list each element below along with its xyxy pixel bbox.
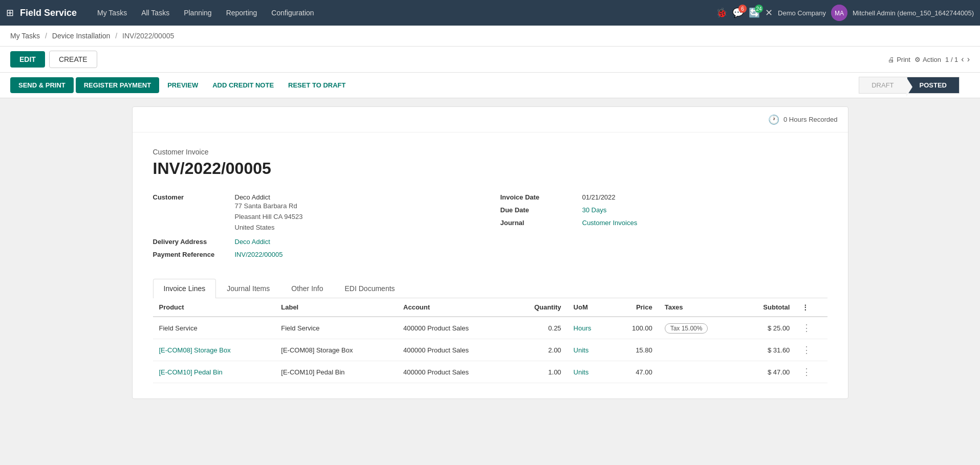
hours-recorded: 🕐 0 Hours Recorded [768, 114, 838, 125]
nav-configuration[interactable]: Configuration [265, 6, 320, 20]
nav-all-tasks[interactable]: All Tasks [135, 6, 176, 20]
status-bar: SEND & PRINT REGISTER PAYMENT PREVIEW AD… [0, 73, 980, 98]
col-header-uom: UoM [568, 298, 611, 317]
table-row: [E-COM08] Storage Box [E-COM08] Storage … [153, 339, 827, 361]
tab-journal-items[interactable]: Journal Items [216, 279, 280, 298]
cell-menu-0[interactable]: ⋮ [796, 317, 827, 339]
preview-button[interactable]: PREVIEW [161, 77, 204, 93]
due-date-value[interactable]: 30 Days [582, 206, 607, 214]
company-name: Demo Company [778, 9, 826, 17]
invoice-type: Customer Invoice [153, 148, 827, 156]
invoice-date-field: Invoice Date 01/21/2022 [500, 193, 827, 201]
due-date-field: Due Date 30 Days [500, 206, 827, 214]
refresh-icon[interactable]: 🔄 24 [749, 7, 760, 18]
cell-quantity-1: 2.00 [510, 339, 568, 361]
journal-label: Journal [500, 219, 582, 227]
cell-price-0: 100.00 [611, 317, 659, 339]
nav-links: My Tasks All Tasks Planning Reporting Co… [91, 6, 712, 20]
tab-edi-documents[interactable]: EDI Documents [334, 279, 406, 298]
cell-price-1: 15.80 [611, 339, 659, 361]
invoice-header-bar: 🕐 0 Hours Recorded [133, 107, 848, 132]
invoice-date-label: Invoice Date [500, 193, 582, 201]
invoice-body: Customer Invoice INV/2022/00005 Customer… [133, 132, 848, 398]
close-icon[interactable]: ✕ [765, 7, 773, 18]
fields-left: Customer Deco Addict 77 Santa Barbara Rd… [153, 193, 480, 263]
invoice-table: Product Label Account Quantity UoM Price… [153, 298, 827, 383]
address-line1: 77 Santa Barbara Rd [235, 202, 297, 210]
delivery-address-label: Delivery Address [153, 238, 235, 246]
gear-icon: ⚙ [914, 56, 921, 63]
cell-taxes-2 [659, 361, 739, 383]
col-header-price: Price [611, 298, 659, 317]
print-button[interactable]: 🖨 Print [888, 56, 910, 63]
cell-label-1: [E-COM08] Storage Box [275, 339, 397, 361]
cell-menu-1[interactable]: ⋮ [796, 339, 827, 361]
cell-taxes-1 [659, 339, 739, 361]
register-payment-button[interactable]: REGISTER PAYMENT [76, 77, 159, 93]
cell-product-1[interactable]: [E-COM08] Storage Box [153, 339, 275, 361]
customer-value: Deco Addict 77 Santa Barbara Rd Pleasant… [235, 193, 303, 233]
status-posted[interactable]: POSTED [907, 77, 960, 94]
cell-subtotal-0: $ 25.00 [739, 317, 796, 339]
add-credit-note-button[interactable]: ADD CREDIT NOTE [206, 77, 280, 93]
breadcrumb-my-tasks[interactable]: My Tasks [10, 32, 40, 40]
delivery-address-field: Delivery Address Deco Addict [153, 238, 480, 246]
invoice-fields: Customer Deco Addict 77 Santa Barbara Rd… [153, 193, 827, 263]
status-steps: DRAFT POSTED [859, 77, 960, 94]
fields-right: Invoice Date 01/21/2022 Due Date 30 Days… [500, 193, 827, 263]
top-navigation: ⊞ Field Service My Tasks All Tasks Plann… [0, 0, 980, 26]
bug-icon[interactable]: 🐞 [716, 7, 727, 18]
cell-product-2[interactable]: [E-COM10] Pedal Bin [153, 361, 275, 383]
pagination: 1 / 1 ‹ › [945, 55, 970, 64]
invoice-card: 🕐 0 Hours Recorded Customer Invoice INV/… [132, 106, 848, 399]
cell-account-2: 400000 Product Sales [397, 361, 510, 383]
cell-subtotal-2: $ 47.00 [739, 361, 796, 383]
reset-to-draft-button[interactable]: RESET TO DRAFT [282, 77, 352, 93]
edit-button[interactable]: EDIT [10, 51, 45, 68]
journal-value[interactable]: Customer Invoices [582, 219, 638, 227]
cell-menu-2[interactable]: ⋮ [796, 361, 827, 383]
breadcrumb-device-installation[interactable]: Device Installation [52, 32, 111, 40]
address-line3: United States [235, 224, 275, 231]
invoice-number: INV/2022/00005 [153, 159, 827, 178]
cell-quantity-0: 0.25 [510, 317, 568, 339]
pagination-next[interactable]: › [967, 55, 970, 64]
chat-icon[interactable]: 💬 6 [732, 7, 744, 18]
col-header-menu: ⋮ [796, 298, 827, 317]
action-button[interactable]: ⚙ Action [914, 56, 941, 63]
tab-invoice-lines[interactable]: Invoice Lines [153, 279, 216, 298]
col-header-label: Label [275, 298, 397, 317]
col-header-account: Account [397, 298, 510, 317]
cell-taxes-0: Tax 15.00% [659, 317, 739, 339]
create-button[interactable]: CREATE [49, 51, 97, 68]
nav-planning[interactable]: Planning [178, 6, 218, 20]
payment-reference-label: Payment Reference [153, 251, 235, 258]
main-content: 🕐 0 Hours Recorded Customer Invoice INV/… [0, 98, 980, 465]
customer-label: Customer [153, 193, 235, 201]
cell-uom-2[interactable]: Units [568, 361, 611, 383]
cell-uom-1[interactable]: Units [568, 339, 611, 361]
delivery-address-value[interactable]: Deco Addict [235, 238, 270, 246]
action-bar: EDIT CREATE 🖨 Print ⚙ Action 1 / 1 ‹ › [0, 47, 980, 73]
table-row: Field Service Field Service 400000 Produ… [153, 317, 827, 339]
payment-reference-value[interactable]: INV/2022/00005 [235, 251, 283, 258]
cell-uom-0[interactable]: Hours [568, 317, 611, 339]
customer-name-link[interactable]: Deco Addict [235, 193, 303, 201]
cell-product-0: Field Service [153, 317, 275, 339]
pagination-prev[interactable]: ‹ [961, 55, 964, 64]
clock-icon: 🕐 [768, 114, 779, 125]
tab-other-info[interactable]: Other Info [280, 279, 334, 298]
nav-my-tasks[interactable]: My Tasks [91, 6, 133, 20]
cell-account-1: 400000 Product Sales [397, 339, 510, 361]
nav-reporting[interactable]: Reporting [220, 6, 264, 20]
cell-quantity-2: 1.00 [510, 361, 568, 383]
app-grid-icon[interactable]: ⊞ [6, 7, 14, 18]
send-print-button[interactable]: SEND & PRINT [10, 77, 74, 93]
cell-subtotal-1: $ 31.60 [739, 339, 796, 361]
printer-icon: 🖨 [888, 56, 895, 63]
breadcrumb-sep-2: / [115, 32, 117, 40]
table-header: Product Label Account Quantity UoM Price… [153, 298, 827, 317]
status-draft[interactable]: DRAFT [859, 77, 906, 94]
journal-field: Journal Customer Invoices [500, 219, 827, 227]
user-avatar[interactable]: MA [831, 5, 847, 21]
